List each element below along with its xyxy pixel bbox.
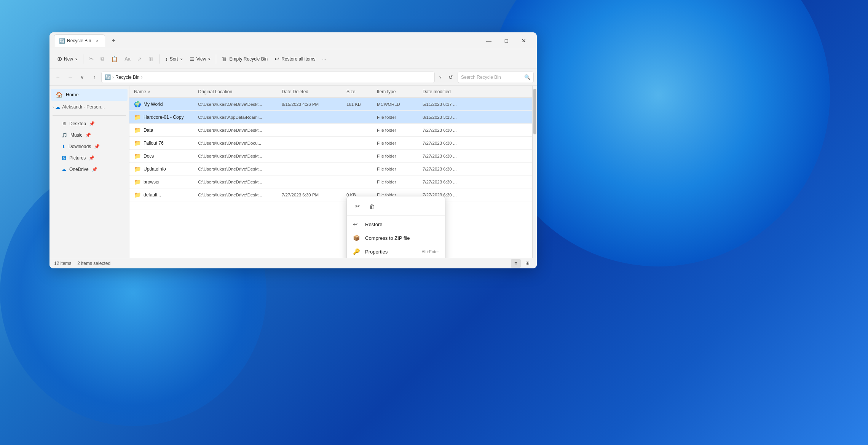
search-box[interactable]: Search Recycle Bin 🔍	[458, 72, 534, 83]
cm-restore-label: Restore	[365, 222, 439, 227]
music-pin-icon: 📌	[85, 132, 91, 138]
col-header-location[interactable]: Original Location	[198, 89, 282, 94]
cm-cut-button[interactable]: ✂	[351, 200, 364, 212]
table-row[interactable]: 📁 Data C:\Users\lukas\OneDrive\Deskt... …	[129, 124, 532, 137]
list-view-button[interactable]: ≡	[511, 259, 521, 268]
minimize-button[interactable]: —	[480, 35, 497, 47]
col-header-size[interactable]: Size	[346, 89, 377, 94]
view-toggle-buttons: ≡ ⊞	[511, 259, 532, 268]
sort-button[interactable]: ↕ Sort ∨	[162, 52, 186, 66]
table-row[interactable]: 📁 default... C:\Users\lukas\OneDrive\Des…	[129, 188, 532, 201]
cut-button[interactable]: ✂	[86, 52, 97, 66]
back-button[interactable]: ←	[53, 72, 63, 83]
sidebar-item-aleksandr[interactable]: › ☁ Aleksandr - Person...	[51, 101, 128, 113]
sidebar-item-pictures[interactable]: 🖼 Pictures 📌	[51, 152, 128, 164]
cm-cut-icon: ✂	[355, 203, 360, 210]
file-name-6: browser	[144, 179, 160, 185]
tab-recycle-icon: 🔄	[59, 38, 65, 44]
delete-button[interactable]: 🗑	[145, 52, 157, 66]
cm-properties-item[interactable]: 🔑 Properties Alt+Enter	[347, 245, 445, 258]
file-name-3: Fallout 76	[144, 140, 164, 146]
file-icon-7: 📁	[134, 191, 141, 198]
titlebar: 🔄 Recycle Bin × + — □ ✕	[49, 32, 537, 49]
scrollbar-thumb[interactable]	[533, 89, 536, 134]
onedrive-pin-icon: 📌	[92, 167, 97, 172]
file-type-5: File folder	[377, 167, 423, 171]
cm-compress-item[interactable]: 📦 Compress to ZIP file	[347, 231, 445, 245]
copy-button[interactable]: ⧉	[97, 52, 107, 66]
table-row[interactable]: 📁 Docs C:\Users\lukas\OneDrive\Deskt... …	[129, 150, 532, 163]
close-button[interactable]: ✕	[515, 35, 532, 47]
scrollbar[interactable]	[532, 86, 537, 258]
maximize-button[interactable]: □	[498, 35, 515, 47]
file-loc-4: C:\Users\lukas\OneDrive\Deskt...	[198, 154, 282, 158]
share-button[interactable]: ↗	[134, 52, 145, 66]
file-type-2: File folder	[377, 128, 423, 132]
rename-icon: Aa	[124, 56, 130, 62]
new-button[interactable]: ⊕ New ∨	[54, 52, 81, 66]
tab-close-button[interactable]: ×	[94, 38, 100, 44]
sidebar: 🏠 Home › ☁ Aleksandr - Person... 🖥 Deskt…	[49, 86, 129, 258]
cm-properties-icon: 🔑	[353, 248, 361, 255]
sidebar-item-onedrive[interactable]: ☁ OneDrive 📌	[51, 164, 128, 175]
table-row[interactable]: 📁 UpdateInfo C:\Users\lukas\OneDrive\Des…	[129, 163, 532, 175]
cm-compress-icon: 📦	[353, 234, 361, 241]
more-options-icon: ···	[322, 56, 326, 62]
breadcrumb-bar[interactable]: 🔄 › Recycle Bin ›	[101, 72, 435, 83]
forward-button[interactable]: →	[65, 72, 75, 83]
selected-count: 2 items selected	[77, 261, 110, 266]
new-arrow-icon: ∨	[75, 57, 78, 61]
view-button[interactable]: ☰ View ∨	[187, 52, 214, 66]
col-loc-label: Original Location	[198, 89, 232, 94]
delete-icon: 🗑	[148, 56, 154, 62]
sidebar-item-home[interactable]: 🏠 Home	[51, 89, 128, 101]
file-list-area: Name ∧ Original Location Date Deleted Si…	[129, 86, 532, 258]
plus-icon: ⊕	[57, 55, 62, 62]
address-dropdown-button[interactable]: ∨	[436, 73, 444, 81]
file-type-4: File folder	[377, 154, 423, 158]
active-tab[interactable]: 🔄 Recycle Bin ×	[54, 34, 105, 47]
empty-bin-icon: 🗑	[222, 56, 227, 62]
col-header-type[interactable]: Item type	[377, 89, 423, 94]
list-view-icon: ≡	[514, 260, 517, 266]
up-button[interactable]: ↑	[89, 72, 100, 83]
cm-delete-button[interactable]: 🗑	[365, 200, 379, 212]
pictures-icon: 🖼	[62, 155, 66, 161]
breadcrumb-recycle-icon: 🔄	[105, 74, 111, 80]
addressbar: ← → ∨ ↑ 🔄 › Recycle Bin › ∨ ↺ Search Rec…	[49, 69, 537, 86]
table-row[interactable]: 🌍 My World C:\Users\lukas\OneDrive\Deskt…	[129, 98, 532, 111]
table-row[interactable]: 📁 browser C:\Users\lukas\OneDrive\Deskt.…	[129, 175, 532, 188]
col-header-name[interactable]: Name ∧	[129, 89, 198, 94]
onedrive-sidebar-icon: ☁	[62, 167, 66, 172]
onedrive-label: OneDrive	[69, 167, 89, 172]
rename-button[interactable]: Aa	[121, 52, 133, 66]
statusbar: 12 items 2 items selected ≡ ⊞	[49, 258, 537, 268]
restore-all-button[interactable]: ↩ Restore all items	[271, 52, 318, 66]
col-header-modified[interactable]: Date modified	[423, 89, 483, 94]
file-name-2: Data	[144, 128, 153, 133]
file-date-0: 8/15/2023 4:26 PM	[282, 102, 346, 107]
window-controls: — □ ✕	[480, 35, 532, 47]
file-loc-1: C:\Users\lukas\AppData\Roami...	[198, 115, 282, 120]
music-label: Music	[70, 132, 82, 138]
cm-properties-shortcut: Alt+Enter	[421, 249, 439, 254]
recent-locations-button[interactable]: ∨	[77, 72, 88, 83]
sidebar-item-music[interactable]: 🎵 Music 📌	[51, 129, 128, 141]
refresh-button[interactable]: ↺	[445, 72, 456, 83]
col-size-label: Size	[346, 89, 355, 94]
home-label: Home	[66, 92, 78, 97]
toolbar-separator-1	[83, 54, 83, 64]
col-header-date-deleted[interactable]: Date Deleted	[282, 89, 346, 94]
paste-button[interactable]: 📋	[108, 52, 121, 66]
sidebar-item-downloads[interactable]: ⬇ Downloads 📌	[51, 141, 128, 152]
file-size-0: 181 KB	[346, 102, 377, 107]
grid-view-button[interactable]: ⊞	[522, 259, 532, 268]
new-tab-button[interactable]: +	[108, 35, 119, 46]
file-modified-4: 7/27/2023 6:30 ...	[423, 154, 483, 158]
cm-restore-item[interactable]: ↩ Restore	[347, 217, 445, 231]
empty-recycle-bin-button[interactable]: 🗑 Empty Recycle Bin	[219, 52, 271, 66]
table-row[interactable]: 📁 Fallout 76 C:\Users\lukas\OneDrive\Doc…	[129, 137, 532, 150]
table-row[interactable]: 📁 Hardcore-01 - Copy C:\Users\lukas\AppD…	[129, 111, 532, 124]
more-options-button[interactable]: ···	[319, 52, 329, 66]
sidebar-item-desktop[interactable]: 🖥 Desktop 📌	[51, 118, 128, 129]
